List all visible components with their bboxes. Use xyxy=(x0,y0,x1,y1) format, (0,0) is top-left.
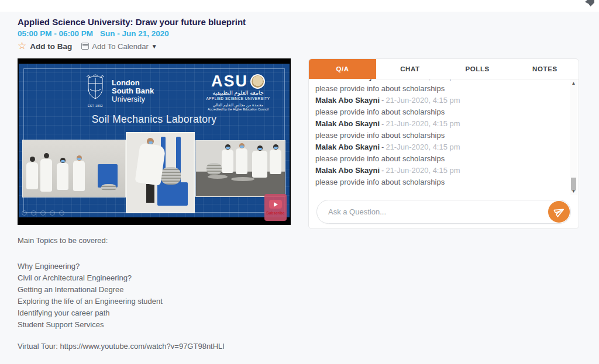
lsbu-est-label: EST 1892 xyxy=(84,104,106,108)
webinar-page: Applied Science University: Draw your fu… xyxy=(0,0,599,364)
author-separator: - xyxy=(381,143,384,151)
author-name: Malak Abo Skayni xyxy=(315,143,380,151)
message-text-row: please provide info about scholarships xyxy=(315,153,570,165)
paper-plane-icon xyxy=(553,205,566,219)
lsbu-line3: University xyxy=(112,95,154,103)
message-timestamp: 21-Jun-2020, 4:15 pm xyxy=(385,143,460,151)
asu-english-name: APPLIED SCIENCE UNIVERSITY xyxy=(194,96,282,101)
qa-panel: Q/A CHAT POLLS NOTES Malak Abo Skayni-21… xyxy=(308,58,579,229)
asu-logo: ASU جامعة العلوم التطبيقية APPLIED SCIEN… xyxy=(194,73,282,112)
tab-chat[interactable]: CHAT xyxy=(376,59,443,79)
author-name: Malak Abo Skayni xyxy=(315,96,380,105)
toolbar-dot-icon xyxy=(59,210,64,216)
toolbar-dot-icon xyxy=(22,210,27,216)
youtube-play-icon xyxy=(269,200,282,209)
message-author-row: Malak Abo Skayni-21-Jun-2020, 4:15 pm xyxy=(315,165,570,176)
author-name: Malak Abo Skayni xyxy=(315,166,380,175)
youtube-subscribe-button[interactable]: Subscribe xyxy=(264,194,287,221)
toolbar-dot-icon xyxy=(40,210,46,216)
message-author-row: Malak Abo Skayni-21-Jun-2020, 4:15 pm xyxy=(315,118,570,130)
author-separator: - xyxy=(381,96,384,105)
qa-message-list[interactable]: Malak Abo Skayni-21-Jun-2020, 4:15 pm pl… xyxy=(309,79,570,195)
topic-item: Getting an International Degree xyxy=(18,284,163,296)
tab-polls[interactable]: POLLS xyxy=(444,59,511,79)
calendar-icon xyxy=(81,43,89,50)
annotation-toolbar[interactable] xyxy=(22,210,64,216)
author-name: Malak Abo Skayni xyxy=(315,119,380,128)
message-text: please provide info about scholarships xyxy=(315,154,445,163)
topic-item: Why Engineering? xyxy=(18,261,163,272)
panel-tabs: Q/A CHAT POLLS NOTES xyxy=(309,59,579,79)
event-time: 05:00 PM - 06:00 PM xyxy=(18,29,93,38)
message-text: please provide info about scholarships xyxy=(315,131,445,140)
author-separator: - xyxy=(381,79,384,81)
tab-notes[interactable]: NOTES xyxy=(511,59,579,79)
topic-item: Student Support Services xyxy=(18,319,163,331)
author-name: Malak Abo Skayni xyxy=(315,79,380,81)
topic-item: Exploring the life of an Engineering stu… xyxy=(18,296,163,307)
message-text: please provide info about scholarships xyxy=(315,84,445,93)
star-icon: ☆ xyxy=(18,41,26,51)
question-input-row xyxy=(316,200,571,224)
send-question-button[interactable] xyxy=(548,201,570,223)
scroll-down-icon[interactable]: ▼ xyxy=(570,189,577,194)
event-datetime: 05:00 PM - 06:00 PMSun - Jun 21, 2020 xyxy=(18,29,169,38)
message-text-row: please provide info about scholarships xyxy=(315,106,570,118)
message-text: please provide info about scholarships xyxy=(315,178,445,186)
page-title: Applied Science University: Draw your fu… xyxy=(18,17,246,27)
message-text-row: please provide info about scholarships xyxy=(315,83,570,95)
header-actions: ☆ Add to Bag Add To Calendar ▼ xyxy=(18,40,157,52)
lsbu-logo: EST 1892 London South Bank University xyxy=(84,74,154,108)
add-to-calendar-button[interactable]: Add To Calendar ▼ xyxy=(81,42,157,51)
asu-arabic-name: جامعة العلوم التطبيقية xyxy=(194,89,282,96)
lsbu-logo-text: London South Bank University xyxy=(112,74,154,108)
lsbu-crest-icon: EST 1892 xyxy=(84,74,106,108)
message-text-row: please provide info about scholarships xyxy=(315,130,570,141)
topic-item: Civil or Architectural Engineering? xyxy=(18,272,163,284)
subscribe-label: Subscribe xyxy=(266,211,284,215)
lab-photo-center xyxy=(126,132,195,213)
lab-photo-right xyxy=(195,140,285,197)
message-timestamp: 21-Jun-2020, 4:15 pm xyxy=(385,79,460,81)
chevron-down-icon: ▼ xyxy=(152,43,157,50)
scroll-up-icon[interactable]: ▲ xyxy=(570,81,577,86)
toolbar-dot-icon xyxy=(31,210,36,216)
message-text-row: please provide info about scholarships xyxy=(315,176,570,188)
video-player[interactable]: EST 1892 London South Bank University AS… xyxy=(18,58,291,225)
add-to-bag-button[interactable]: Add to Bag xyxy=(30,42,72,51)
lsbu-line1: London xyxy=(112,79,154,87)
message-text: please provide info about scholarships xyxy=(315,108,445,116)
slide-title: Soil Mechanics Laboratory xyxy=(19,113,290,126)
tab-qa[interactable]: Q/A xyxy=(309,59,376,79)
asu-seal-icon xyxy=(250,74,265,89)
asu-accreditation-label: Accredited by the Higher Education Counc… xyxy=(194,108,282,112)
message-author-row: Malak Abo Skayni-21-Jun-2020, 4:15 pm xyxy=(315,95,570,106)
message-author-row: Malak Abo Skayni-21-Jun-2020, 4:15 pm xyxy=(315,141,570,153)
presentation-slide: EST 1892 London South Bank University AS… xyxy=(19,64,290,217)
event-date: Sun - Jun 21, 2020 xyxy=(100,29,169,38)
question-input[interactable] xyxy=(316,200,571,224)
message-timestamp: 21-Jun-2020, 4:15 pm xyxy=(385,166,460,175)
mouse-cursor-artifact xyxy=(585,0,594,6)
description-intro: Main Topics to be covered: xyxy=(18,236,108,245)
author-separator: - xyxy=(381,119,384,128)
message-scrollbar[interactable]: ▲ ▼ xyxy=(570,79,577,195)
topic-item: Identifying your career path xyxy=(18,307,163,319)
topics-list: Why Engineering? Civil or Architectural … xyxy=(18,261,163,331)
add-to-calendar-label: Add To Calendar xyxy=(92,42,149,51)
toolbar-dot-icon xyxy=(50,210,55,216)
lsbu-line2: South Bank xyxy=(112,87,154,95)
asu-logo-text: ASU xyxy=(211,73,248,89)
asu-arabic-subtitle: معتمدة من مجلس التعليم العالي xyxy=(194,102,282,108)
lab-photo-left xyxy=(22,140,126,197)
virtual-tour-link: Virtual Tour: https://www.youtube.com/wa… xyxy=(18,342,225,351)
author-separator: - xyxy=(381,166,384,175)
message-timestamp: 21-Jun-2020, 4:15 pm xyxy=(385,96,460,105)
message-timestamp: 21-Jun-2020, 4:15 pm xyxy=(385,119,460,128)
